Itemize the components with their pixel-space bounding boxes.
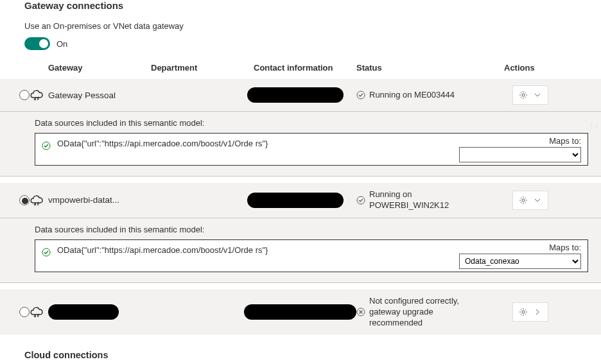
gateway-toggle[interactable] <box>24 37 50 50</box>
maps-to-select[interactable] <box>459 147 581 162</box>
status-text: Running on ME003444 <box>369 90 478 101</box>
gateway-connections-title: Gateway connections <box>0 0 601 11</box>
gateway-radio[interactable] <box>19 90 30 100</box>
col-actions: Actions <box>472 63 582 73</box>
svg-point-5 <box>42 248 50 256</box>
x-circle-icon <box>356 308 369 316</box>
chevron-down-icon[interactable] <box>534 196 541 204</box>
actions-box <box>512 85 548 105</box>
gateway-row: Gateway Pessoal Running on ME003444 <box>0 79 601 112</box>
datasource-section: Data sources included in this semantic m… <box>0 112 601 177</box>
datasource-section: Data sources included in this semantic m… <box>0 218 601 283</box>
chevron-right-icon[interactable] <box>534 308 541 316</box>
redacted-contact <box>247 193 344 208</box>
datasource-text: OData{"url":"https://api.mercadoe.com/bo… <box>57 243 308 257</box>
gear-icon[interactable] <box>519 196 528 205</box>
drag-handle-icon[interactable]: ⋮⋮ <box>588 122 598 129</box>
datasource-box: OData{"url":"https://api.mercadoe.com/bo… <box>35 133 588 166</box>
gateway-name: vmpowerbi-datat... <box>48 195 247 205</box>
check-circle-icon <box>42 243 55 259</box>
status-text: Not configured correctly, gateway upgrad… <box>369 296 478 329</box>
check-circle-icon <box>356 196 369 205</box>
gateway-row: Not configured correctly, gateway upgrad… <box>0 290 601 335</box>
redacted-name <box>48 304 119 320</box>
col-gateway: Gateway <box>48 63 151 73</box>
cloud-sync-icon <box>29 306 48 318</box>
gateway-row: vmpowerbi-datat... Running on POWERBI_WI… <box>0 183 601 218</box>
status-text: Running on POWERBI_WIN2K12 <box>369 189 478 211</box>
column-headers: Gateway Department Contact information S… <box>0 63 601 79</box>
check-circle-icon <box>42 136 55 152</box>
gateway-subtext: Use an On-premises or VNet data gateway <box>0 11 601 37</box>
redacted-contact <box>244 304 356 320</box>
svg-point-2 <box>42 142 50 150</box>
redacted-contact <box>247 87 344 103</box>
datasource-box: OData{"url":"https://api.mercadoe.com/bo… <box>35 239 588 272</box>
svg-point-4 <box>522 199 525 202</box>
cloud-sync-icon <box>29 194 48 207</box>
svg-point-7 <box>522 311 525 313</box>
svg-point-3 <box>357 196 365 204</box>
maps-to-label: Maps to: <box>310 136 581 146</box>
datasource-label: Data sources included in this semantic m… <box>35 225 588 234</box>
gateway-radio[interactable] <box>19 307 30 317</box>
gear-icon[interactable] <box>519 91 528 100</box>
check-circle-icon <box>356 91 369 100</box>
cloud-sync-icon <box>29 89 48 101</box>
col-contact: Contact information <box>254 63 356 73</box>
datasource-label: Data sources included in this semantic m… <box>35 118 588 128</box>
actions-box <box>512 191 548 210</box>
svg-point-1 <box>522 94 525 96</box>
cloud-connections-title: Cloud connections <box>0 334 601 364</box>
gateway-name: Gateway Pessoal <box>48 91 247 100</box>
maps-to-label: Maps to: <box>310 243 581 252</box>
datasource-text: OData{"url":"https://api.mercadoe.com/bo… <box>57 136 308 151</box>
chevron-down-icon[interactable] <box>534 91 541 99</box>
actions-box <box>512 302 548 322</box>
toggle-label: On <box>57 39 67 49</box>
col-status: Status <box>356 63 472 73</box>
maps-to-select[interactable]: Odata_conexao <box>459 254 581 269</box>
svg-point-0 <box>357 91 365 99</box>
gear-icon[interactable] <box>519 308 528 316</box>
col-department: Department <box>151 63 254 73</box>
gateway-radio[interactable] <box>19 195 30 205</box>
